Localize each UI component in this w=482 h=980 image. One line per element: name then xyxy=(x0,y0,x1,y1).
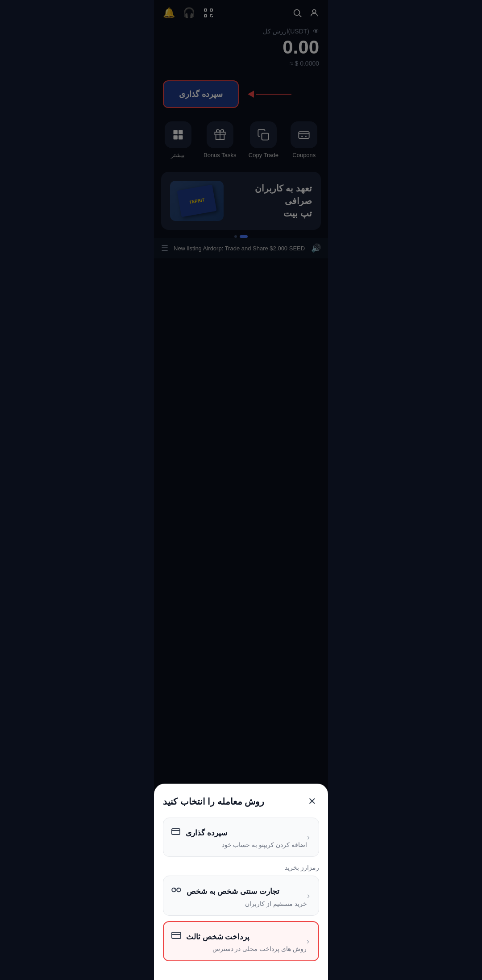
overlay[interactable] xyxy=(154,0,328,353)
